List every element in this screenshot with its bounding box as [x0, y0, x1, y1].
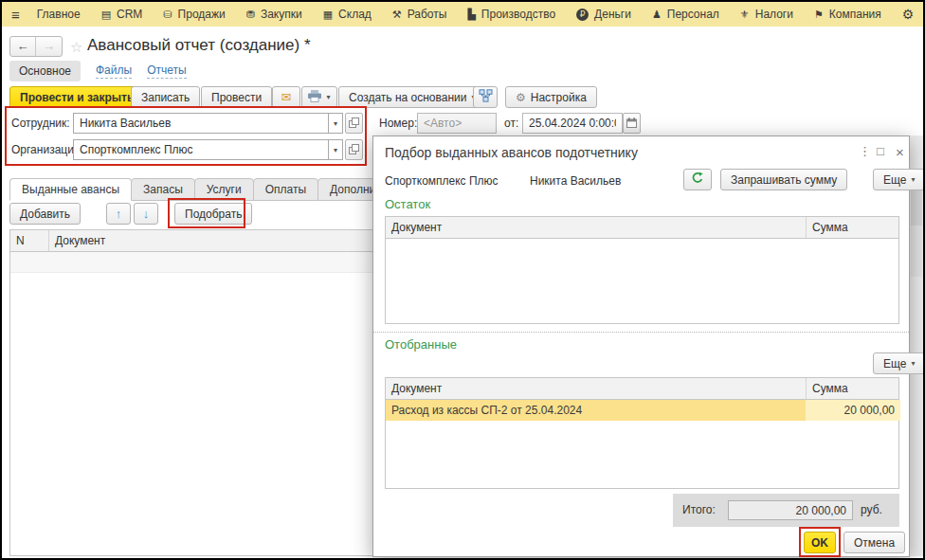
tab-osnovnoe[interactable]: Основное: [9, 61, 81, 81]
organization-field[interactable]: [73, 139, 328, 160]
kebab-menu-icon[interactable]: ⋮: [859, 144, 871, 158]
employee-open-button[interactable]: [345, 113, 363, 134]
move-up-button[interactable]: ↑: [106, 203, 131, 225]
total-value: 20 000,00: [728, 500, 853, 520]
calendar-icon: [626, 115, 637, 132]
menu-item-nalogi[interactable]: ⚜Налоги: [740, 8, 793, 21]
more-button-selected[interactable]: Еще ▾: [873, 352, 925, 374]
move-down-button[interactable]: ↓: [134, 203, 158, 225]
taxes-icon: ⚜: [740, 9, 750, 21]
forward-button[interactable]: →: [36, 37, 62, 56]
chevron-down-icon: ▾: [326, 93, 330, 101]
favorite-star-icon[interactable]: ☆: [70, 39, 82, 56]
currency-label: руб.: [861, 503, 882, 516]
menu-item-kompaniya[interactable]: ⚑Компания: [814, 8, 881, 21]
print-button[interactable]: ▾: [301, 86, 337, 108]
menu-item-personal[interactable]: ♟Персонал: [652, 8, 719, 21]
number-label: Номер:: [379, 117, 417, 130]
arrow-up-icon: ↑: [116, 207, 122, 221]
service-gear-icon[interactable]: ⚙: [902, 7, 915, 22]
dialog-title: Подбор выданных авансов подотчетнику: [385, 145, 638, 160]
number-field[interactable]: [417, 113, 497, 134]
menu-item-crm[interactable]: ▤CRM: [101, 8, 143, 21]
post-and-close-button[interactable]: Провести и закрыть: [9, 86, 144, 108]
selected-table: Документ Сумма: [385, 377, 899, 489]
menu-item-proizvodstvo[interactable]: ▙Производство: [467, 8, 555, 21]
date-calendar-button[interactable]: [623, 113, 641, 134]
page-title: Авансовый отчет (создание) *: [87, 36, 311, 55]
envelope-icon: ✉: [281, 90, 292, 104]
menu-item-zakupki[interactable]: ⛃Закупки: [246, 8, 302, 21]
row-document-cell: Расход из кассы СП-2 от 25.04.2024: [386, 400, 806, 421]
add-button[interactable]: Добавить: [9, 203, 81, 225]
ok-button[interactable]: OK: [804, 532, 836, 553]
menu-item-glavnoe[interactable]: Главное: [37, 8, 81, 21]
printer-icon: [308, 90, 321, 105]
chevron-down-icon: ▾: [911, 175, 915, 184]
menu-item-raboty[interactable]: ⚒Работы: [392, 8, 447, 21]
menu-item-dengi[interactable]: ₽Деньги: [576, 8, 631, 21]
scrollbar-track-segment: [911, 226, 922, 277]
menu-item-prodazhi[interactable]: ⛁Продажи: [163, 8, 225, 21]
table-row-selected-advance[interactable]: Расход из кассы СП-2 от 25.04.2024 20 00…: [386, 400, 900, 421]
post-button[interactable]: Провести: [201, 86, 272, 108]
top-menu-bar: ≡ Главное ▤CRM ⛁Продажи ⛃Закупки ▦Склад …: [2, 2, 923, 27]
chevron-down-icon: ▾: [911, 359, 915, 368]
form-nav-tabs: Основное Файлы Отчеты: [9, 61, 187, 81]
column-header-sum: Сумма: [806, 217, 898, 238]
cancel-button[interactable]: Отмена: [843, 532, 905, 553]
settings-button[interactable]: ⚙ Настройка: [505, 86, 597, 108]
purchases-icon: ⛃: [246, 9, 255, 21]
column-header-document: Документ: [386, 378, 806, 399]
organization-dropdown-icon[interactable]: ▾: [328, 139, 343, 160]
open-icon: [349, 141, 359, 158]
column-header-document: Документ: [386, 217, 806, 238]
back-button[interactable]: ←: [10, 37, 36, 56]
email-button[interactable]: ✉: [272, 86, 300, 108]
more-button-top[interactable]: Еще ▾: [873, 169, 925, 190]
tab-zapasy[interactable]: Запасы: [131, 178, 195, 201]
personnel-icon: ♟: [652, 9, 662, 21]
request-sum-button[interactable]: Запрашивать сумму: [720, 169, 847, 190]
employee-dropdown-icon[interactable]: ▾: [328, 113, 343, 134]
sales-icon: ⛁: [163, 9, 172, 21]
column-header-n: N: [10, 230, 48, 251]
background-scrollbar: [910, 135, 923, 556]
close-icon[interactable]: ×: [896, 144, 904, 160]
organization-open-button[interactable]: [345, 139, 363, 160]
organization-combo: ▾: [73, 139, 343, 160]
document-structure-button[interactable]: [473, 86, 498, 108]
menu-item-sklad[interactable]: ▦Склад: [323, 8, 372, 21]
pick-button[interactable]: Подобрать: [174, 203, 252, 225]
money-icon: ₽: [576, 9, 589, 21]
maximize-icon[interactable]: □: [877, 144, 884, 158]
employee-field[interactable]: [73, 113, 328, 134]
hamburger-icon[interactable]: ≡: [11, 7, 20, 23]
selected-table-header: Документ Сумма: [386, 378, 898, 400]
date-field[interactable]: [522, 113, 623, 134]
total-strip: Итого: 20 000,00 руб.: [673, 494, 899, 527]
tab-uslugi[interactable]: Услуги: [194, 178, 254, 201]
arrow-down-icon: ↓: [143, 207, 150, 221]
section-divider: [373, 332, 909, 333]
crm-icon: ▤: [101, 9, 111, 21]
column-header-sum: Сумма: [806, 378, 898, 399]
tab-otchety[interactable]: Отчеты: [147, 63, 186, 79]
works-icon: ⚒: [392, 9, 402, 21]
app-window: ≡ Главное ▤CRM ⛁Продажи ⛃Закупки ▦Склад …: [0, 0, 925, 560]
tab-vydannye-avansy[interactable]: Выданные авансы: [9, 178, 132, 201]
tab-oplaty[interactable]: Оплаты: [253, 178, 318, 201]
tab-faily[interactable]: Файлы: [96, 63, 132, 79]
refresh-button[interactable]: [683, 169, 712, 190]
dialog-employee: Никита Васильев: [530, 174, 621, 188]
company-icon: ⚑: [814, 9, 824, 21]
remainder-table-header: Документ Сумма: [386, 217, 898, 239]
open-icon: [349, 115, 359, 132]
document-tabs: Выданные авансы Запасы Услуги Оплаты Доп…: [9, 178, 423, 201]
history-nav: ← →: [9, 36, 63, 57]
save-button[interactable]: Записать: [131, 86, 200, 108]
create-based-on-button[interactable]: Создать на основании ▾: [338, 86, 486, 108]
remainder-table: Документ Сумма: [385, 216, 899, 324]
gear-icon: ⚙: [516, 91, 526, 104]
remainder-section-label: Остаток: [385, 197, 430, 211]
